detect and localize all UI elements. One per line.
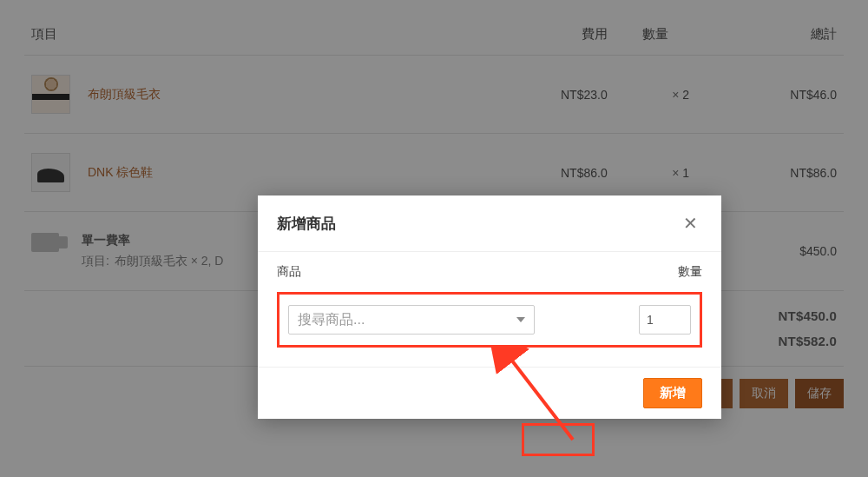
quantity-input[interactable] [639, 305, 691, 335]
highlight-box-fields: 搜尋商品... [277, 292, 702, 348]
modal-label-qty: 數量 [678, 264, 702, 280]
modal-title: 新增商品 [277, 214, 336, 234]
product-search-placeholder: 搜尋商品... [298, 311, 365, 329]
modal-label-product: 商品 [277, 264, 301, 280]
product-search-select[interactable]: 搜尋商品... [288, 305, 535, 335]
modal-add-button[interactable]: 新增 [643, 378, 702, 408]
close-icon[interactable]: ✕ [678, 211, 702, 235]
add-product-modal: 新增商品 ✕ 商品 數量 搜尋商品... 新增 [258, 195, 721, 419]
chevron-down-icon [516, 317, 525, 322]
